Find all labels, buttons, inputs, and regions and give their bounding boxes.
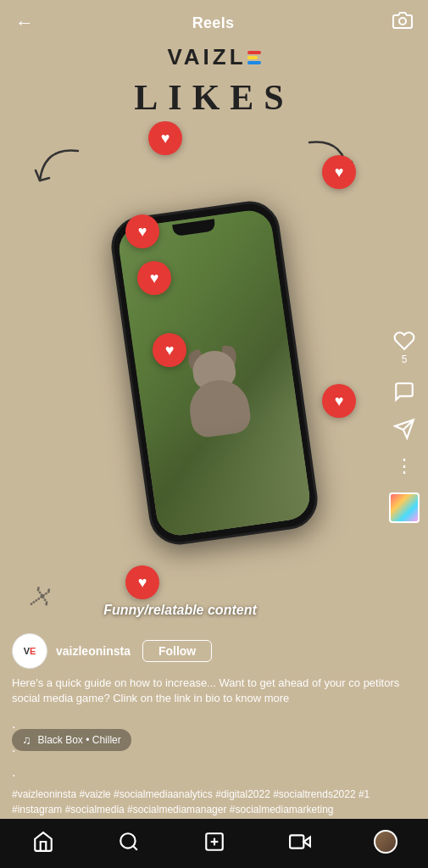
nav-title: Reels [192,14,235,32]
reel-thumbnail[interactable] [389,492,420,523]
post-caption: Here's a quick guide on how to increase.… [0,674,428,711]
nav-home[interactable] [0,831,86,853]
music-note-icon: ♫ [22,733,31,747]
logo-text-vaizl: VAIZL [167,44,246,70]
avatar-v: V [24,646,30,656]
nav-profile[interactable] [342,830,428,854]
music-bar[interactable]: ♫ Black Box • Chiller [12,729,131,751]
nav-search[interactable] [86,831,171,853]
heart-icon-5 [153,333,186,367]
phone-mockup-area: 5 ⋮ ꭗ Funny/relatable content [0,121,428,625]
hashtags: #vaizleoninsta #vaizle #socialmediaanaly… [0,785,428,819]
nav-reels[interactable] [257,831,342,853]
follow-button[interactable]: Follow [142,640,212,662]
right-actions: 5 ⋮ [389,330,420,523]
heart-icon-1 [148,121,182,155]
user-info-row: VE vaizleoninsta Follow [0,625,428,674]
arrow-left-decor [27,138,86,201]
user-avatar[interactable]: VE [12,633,47,669]
svg-rect-9 [290,835,303,848]
svg-line-4 [133,846,137,850]
funny-text-overlay: Funny/relatable content [0,603,360,618]
comment-action[interactable] [393,381,415,403]
heart-icon-7 [125,565,159,599]
username[interactable]: vaizleoninsta [56,644,131,658]
avatar-e: E [30,646,36,656]
phone-mockup [107,198,320,548]
reel-content: 5 ⋮ ꭗ Funny/relatable content [0,121,428,819]
avatar-initials: VE [24,646,36,656]
music-track: Black Box • Chiller [38,734,121,746]
like-action[interactable]: 5 [393,330,415,365]
logo-colored-e [247,51,261,64]
heart-icon-4 [137,261,171,295]
like-count: 5 [402,353,408,365]
brand-logo: VAIZL [0,44,428,70]
profile-avatar [374,830,397,854]
svg-point-0 [399,18,406,25]
dog-background [116,208,312,538]
likes-heading: LIKES [0,77,428,118]
back-button[interactable]: ← [15,12,34,34]
more-action[interactable]: ⋮ [395,455,414,477]
svg-marker-8 [303,837,310,847]
svg-point-3 [120,833,135,848]
heart-icon-3 [125,214,159,248]
share-action[interactable] [393,418,415,440]
top-nav: ← Reels [0,0,428,42]
camera-icon[interactable] [392,10,413,36]
bottom-nav [0,819,428,868]
more-dots-icon: ⋮ [395,455,414,477]
nav-add[interactable] [171,831,257,853]
heart-icon-6 [322,384,356,418]
phone-screen [116,208,312,538]
heart-icon-2 [322,155,356,189]
